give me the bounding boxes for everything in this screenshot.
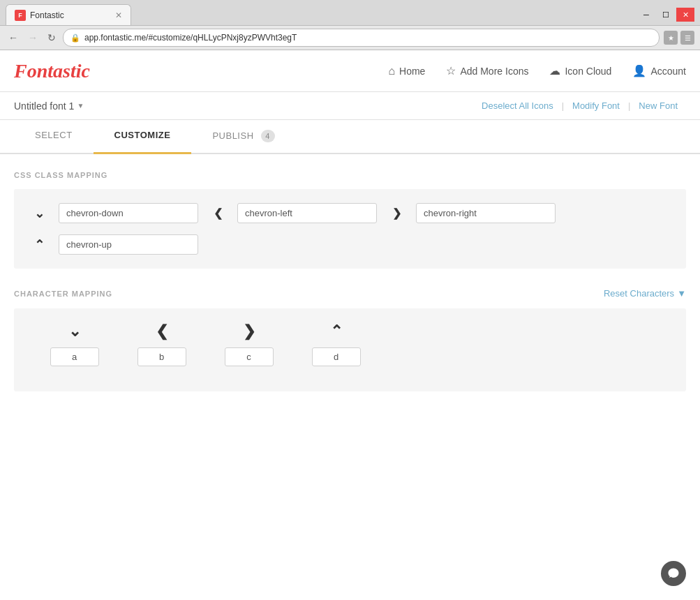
- char-cell-chevron-up: ⌃: [292, 322, 380, 366]
- tab-customize-label: CUSTOMIZE: [114, 130, 171, 140]
- chevron-left-input[interactable]: [237, 203, 377, 223]
- nav-add-icons[interactable]: ☆ Add More Icons: [446, 64, 528, 77]
- reset-characters-button[interactable]: Reset Characters ▼: [604, 288, 686, 299]
- star-icon: ☆: [446, 64, 456, 77]
- font-actions: Deselect All Icons | Modify Font | New F…: [473, 100, 686, 111]
- char-cell-chevron-right: ❯: [205, 322, 292, 366]
- char-chevron-down-input[interactable]: [50, 347, 99, 366]
- css-class-mapping-label: CSS CLASS MAPPING: [14, 171, 686, 179]
- main-content: CSS CLASS MAPPING ⌄ ❮ ❯ ⌃ CHARACTER MAPP…: [0, 154, 700, 408]
- char-chevron-up-icon: ⌃: [330, 322, 343, 340]
- chat-bubble-button[interactable]: [661, 561, 686, 586]
- char-chevron-down-icon: ⌄: [68, 322, 81, 340]
- url-lock-icon: 🔒: [70, 33, 80, 43]
- chevron-up-input[interactable]: [59, 234, 198, 255]
- close-button[interactable]: ✕: [676, 8, 694, 22]
- tab-publish-badge: 4: [261, 130, 275, 142]
- chevron-down-icon: ⌄: [31, 206, 47, 221]
- url-text: app.fontastic.me/#customize/qHLLycPNxj8y…: [84, 33, 297, 43]
- tab-publish-label: PUBLISH: [212, 130, 253, 141]
- tab-close-button[interactable]: ✕: [115, 10, 122, 20]
- char-chevron-right-input[interactable]: [225, 347, 274, 366]
- app-content: Fontastic ⌂ Home ☆ Add More Icons ☁ Icon…: [0, 50, 700, 600]
- deselect-all-link[interactable]: Deselect All Icons: [473, 100, 562, 111]
- character-mapping-label: CHARACTER MAPPING: [14, 290, 112, 298]
- font-header: Untitled font 1 ▼ Deselect All Icons | M…: [0, 92, 700, 120]
- char-chevron-up-input[interactable]: [312, 347, 361, 366]
- nav-icon-cloud-label: Icon Cloud: [565, 66, 611, 77]
- window-controls: ─ ☐ ✕: [637, 8, 694, 22]
- tab-title: Fontastic: [30, 10, 110, 20]
- url-box[interactable]: 🔒 app.fontastic.me/#customize/qHLLycPNxj…: [63, 29, 660, 47]
- char-icons-row: ⌄ ❮ ❯ ⌃: [31, 322, 669, 366]
- browser-actions: ★ ☰: [664, 31, 694, 45]
- nav-account[interactable]: 👤 Account: [632, 64, 686, 77]
- home-icon: ⌂: [388, 65, 395, 77]
- title-bar: F Fontastic ✕ ─ ☐ ✕: [0, 0, 700, 25]
- mapping-row-2: ⌃: [31, 234, 669, 255]
- chevron-right-input[interactable]: [416, 203, 556, 223]
- mapping-row-1: ⌄ ❮ ❯: [31, 203, 669, 223]
- reset-dropdown-icon: ▼: [677, 288, 686, 299]
- nav-icon-cloud[interactable]: ☁ Icon Cloud: [549, 64, 611, 77]
- dropdown-arrow-icon: ▼: [77, 102, 84, 110]
- chevron-right-icon: ❯: [388, 207, 405, 220]
- forward-button[interactable]: →: [25, 31, 40, 45]
- browser-action-1: ★: [664, 31, 678, 45]
- nav-add-icons-label: Add More Icons: [460, 66, 528, 77]
- char-chevron-left-icon: ❮: [156, 322, 168, 340]
- nav-account-label: Account: [650, 66, 686, 77]
- character-mapping-header: CHARACTER MAPPING Reset Characters ▼: [14, 288, 686, 299]
- font-name-text: Untitled font 1: [14, 100, 74, 112]
- chevron-left-icon: ❮: [209, 207, 226, 220]
- character-mapping-box: ⌄ ❮ ❯ ⌃: [14, 308, 686, 391]
- chat-icon: [667, 567, 680, 580]
- nav-home[interactable]: ⌂ Home: [388, 65, 425, 77]
- tab-publish[interactable]: PUBLISH 4: [191, 120, 295, 154]
- nav-links: ⌂ Home ☆ Add More Icons ☁ Icon Cloud 👤 A…: [388, 64, 686, 77]
- cloud-icon: ☁: [549, 64, 560, 77]
- browser-window: F Fontastic ✕ ─ ☐ ✕ ← → ↻ 🔒 app.fontasti…: [0, 0, 700, 50]
- new-font-link[interactable]: New Font: [630, 100, 686, 111]
- char-chevron-right-icon: ❯: [243, 322, 255, 340]
- top-nav: Fontastic ⌂ Home ☆ Add More Icons ☁ Icon…: [0, 50, 700, 92]
- account-icon: 👤: [632, 64, 646, 77]
- font-name-dropdown[interactable]: Untitled font 1 ▼: [14, 100, 84, 112]
- tab-select[interactable]: SELECT: [14, 120, 94, 154]
- tab-customize[interactable]: CUSTOMIZE: [94, 120, 192, 154]
- maximize-button[interactable]: ☐: [657, 8, 675, 22]
- refresh-button[interactable]: ↻: [45, 31, 59, 45]
- char-cell-chevron-down: ⌄: [31, 322, 118, 366]
- tab-select-label: SELECT: [35, 130, 73, 140]
- address-bar: ← → ↻ 🔒 app.fontastic.me/#customize/qHLL…: [0, 25, 700, 50]
- browser-tab[interactable]: F Fontastic ✕: [6, 4, 131, 25]
- tab-favicon: F: [15, 10, 26, 21]
- back-button[interactable]: ←: [6, 31, 21, 45]
- css-class-mapping-box: ⌄ ❮ ❯ ⌃: [14, 189, 686, 269]
- logo[interactable]: Fontastic: [14, 60, 90, 82]
- chevron-up-icon: ⌃: [31, 237, 47, 253]
- modify-font-link[interactable]: Modify Font: [564, 100, 628, 111]
- tabs-bar: SELECT CUSTOMIZE PUBLISH 4: [0, 120, 700, 154]
- browser-action-2: ☰: [680, 31, 694, 45]
- reset-characters-label: Reset Characters: [604, 288, 674, 299]
- char-chevron-left-input[interactable]: [137, 347, 186, 366]
- minimize-button[interactable]: ─: [637, 8, 655, 22]
- chevron-down-input[interactable]: [59, 203, 198, 223]
- char-cell-chevron-left: ❮: [118, 322, 205, 366]
- nav-home-label: Home: [399, 66, 425, 77]
